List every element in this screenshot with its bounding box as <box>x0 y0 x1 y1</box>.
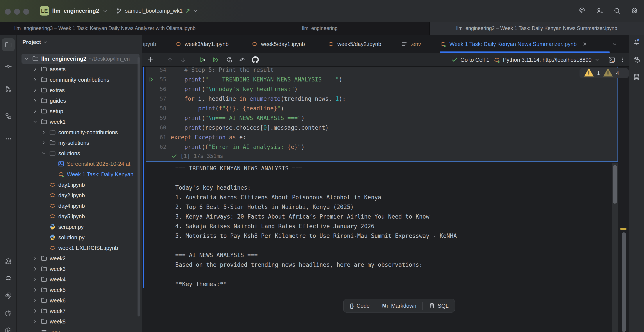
run-cell-button[interactable] <box>199 56 206 63</box>
tree-item-setup[interactable]: setup <box>17 106 142 117</box>
more-tools-icon[interactable] <box>4 135 12 143</box>
code-line-56[interactable]: 56 print("\nToday's key headlines:") <box>146 84 618 94</box>
prev-warning-chevron-icon[interactable] <box>621 71 622 76</box>
tree-item-llm-engineering2[interactable]: llm_engineering2~/Desktop/llm_en <box>17 53 142 64</box>
add-sql-cell-button[interactable]: SQL <box>423 299 455 312</box>
tree-item-week1-exercise-ipynb[interactable]: week1 EXERCISE.ipynb <box>17 243 142 253</box>
chevron-right-icon[interactable] <box>32 98 38 104</box>
code-line-54[interactable]: 54 # Step 5: Print the result <box>146 67 618 75</box>
search-icon[interactable] <box>613 7 621 14</box>
chevron-right-icon[interactable] <box>32 266 38 272</box>
project-tool-icon[interactable] <box>4 41 12 48</box>
project-panel-header[interactable]: Project <box>22 39 48 45</box>
chevron-right-icon[interactable] <box>41 129 46 135</box>
tree-item-day2-ipynb[interactable]: day2.ipynb <box>17 190 142 201</box>
code-line-62[interactable]: 62 print(f"Error in AI analysis: {e}") <box>146 142 618 152</box>
editor-tab-week5-day1-ipynb[interactable]: week5/day1.ipynb <box>251 35 305 53</box>
settings-gear-icon[interactable] <box>631 7 638 14</box>
more-options-icon[interactable] <box>620 56 626 63</box>
add-code-cell-button[interactable]: {} Code <box>344 299 376 312</box>
move-cell-up-button[interactable] <box>166 56 174 63</box>
jupyter-tool-icon[interactable] <box>4 274 12 282</box>
code-line-59[interactable]: 59 print("\n=== AI NEWS ANALYSIS ===") <box>146 113 618 123</box>
structure-tool-icon[interactable] <box>4 112 12 120</box>
tree-item-week2[interactable]: week2 <box>17 253 142 264</box>
tree-item-week5[interactable]: week5 <box>17 285 142 295</box>
tree-item-screenshot-2025-10-24-at[interactable]: Screenshot 2025-10-24 at <box>17 159 142 169</box>
tree-item-my-solutions[interactable]: my-solutions <box>17 138 142 148</box>
branch-widget[interactable]: samuel_bootcamp_wk1 ↗ <box>116 6 198 15</box>
chevron-right-icon[interactable] <box>32 256 38 261</box>
code-line-60[interactable]: 60 print(response.choices[0].message.con… <box>146 123 618 133</box>
database-tool-icon[interactable] <box>632 73 640 81</box>
run-all-cells-button[interactable] <box>212 56 219 63</box>
notifications-bell-icon[interactable] <box>632 38 640 46</box>
chevron-right-icon[interactable] <box>32 277 38 282</box>
error-stripe-warning-mark[interactable] <box>620 228 626 230</box>
close-window-icon[interactable] <box>5 9 11 15</box>
tree-item-week8[interactable]: week8 <box>17 316 142 327</box>
chevron-right-icon[interactable] <box>41 140 46 146</box>
editor-tab-ipynb[interactable]: ipynb <box>143 35 156 53</box>
ai-assistant-chat-icon[interactable] <box>632 56 640 64</box>
tab-list-chevron-icon[interactable] <box>612 41 618 47</box>
tree-item-day4-ipynb[interactable]: day4.ipynb <box>17 201 142 211</box>
tree-item-solutions[interactable]: solutions <box>17 148 142 159</box>
tree-item-community-contributions[interactable]: community-contributions <box>17 74 142 85</box>
pull-requests-tool-icon[interactable] <box>4 85 12 93</box>
github-icon[interactable] <box>252 56 259 63</box>
output-scrollbar-thumb[interactable] <box>613 165 617 204</box>
editor-tab-week3-day1-ipynb[interactable]: week3/day1.ipynb <box>175 35 228 53</box>
kernel-selector[interactable]: Python 3.11.14: http://localhost:8890 <box>493 56 600 63</box>
chevron-right-icon[interactable] <box>32 87 38 93</box>
chevron-down-icon[interactable] <box>24 56 30 62</box>
add-markdown-cell-button[interactable]: M↓ Markdown <box>376 299 422 312</box>
add-user-icon[interactable] <box>596 7 603 14</box>
tree-item-assets[interactable]: assets <box>17 64 142 74</box>
chevron-right-icon[interactable] <box>32 308 38 314</box>
next-warning-chevron-icon[interactable] <box>624 71 625 76</box>
tree-item-week-1-task-daily-kenyan[interactable]: Week 1 Task: Daily Kenyan <box>17 169 142 179</box>
window-tab-llm-engineering2-week-1-task-d[interactable]: llm_engineering2 – Week 1 Task: Daily Ke… <box>430 22 644 35</box>
project-widget[interactable]: LE llm_engineering2 <box>40 6 108 15</box>
output-scrollbar[interactable] <box>612 163 618 332</box>
tree-item-extras[interactable]: extras <box>17 85 142 96</box>
tree-item-community-contributions[interactable]: community-contributions <box>17 127 142 138</box>
tree-item-week4[interactable]: week4 <box>17 274 142 285</box>
editor-tab-week5-day2-ipynb[interactable]: week5/day2.ipynb <box>328 35 381 53</box>
tree-item-week6[interactable]: week6 <box>17 295 142 306</box>
restart-kernel-button[interactable] <box>226 56 232 63</box>
chevron-down-icon[interactable] <box>41 151 46 156</box>
inspections-widget[interactable]: 1 4 <box>580 68 629 78</box>
code-line-61[interactable]: 61except Exception as e: <box>146 133 618 142</box>
code-line-55[interactable]: 55 print("=== TRENDING KENYAN NEWS ANALY… <box>146 75 618 84</box>
clear-outputs-button[interactable] <box>239 56 246 63</box>
tree-item-day1-ipynb[interactable]: day1.ipynb <box>17 179 142 190</box>
editor-tab-week-1-task-daily-kenyan-news-summarizer-ipynb[interactable]: Week 1 Task: Daily Kenyan News Summarize… <box>440 35 588 53</box>
code-cell[interactable]: 54 # Step 5: Print the result55 print("=… <box>146 67 618 162</box>
python-packages-icon[interactable] <box>4 310 12 317</box>
run-line-marker-icon[interactable] <box>148 76 154 83</box>
tree-item-week7[interactable]: week7 <box>17 306 142 316</box>
move-cell-down-button[interactable] <box>180 56 187 63</box>
window-controls[interactable] <box>5 9 29 15</box>
code-line-58[interactable]: 58 print(f"{i}. {headline}") <box>146 104 618 113</box>
chevron-right-icon[interactable] <box>32 319 38 324</box>
tree-item-scraper-py[interactable]: scraper.py <box>17 222 142 232</box>
maximize-window-icon[interactable] <box>23 9 29 15</box>
chevron-right-icon[interactable] <box>32 66 38 72</box>
goto-cell-button[interactable]: Go to Cell 1 <box>451 56 489 63</box>
editor-scrollbar-thumb[interactable] <box>622 232 626 332</box>
window-tab-llm-engineering[interactable]: llm_engineering <box>210 22 430 35</box>
tree-item-guides[interactable]: guides <box>17 96 142 106</box>
add-cell-button[interactable] <box>147 56 154 63</box>
tree-item-day5-ipynb[interactable]: day5.ipynb <box>17 211 142 222</box>
jupyter-console-icon[interactable] <box>608 56 616 63</box>
ai-assistant-icon[interactable] <box>578 7 586 14</box>
editor-tab-env[interactable]: .env <box>401 35 421 53</box>
tree-item-week3[interactable]: week3 <box>17 264 142 274</box>
project-scrollbar[interactable] <box>138 57 140 317</box>
chevron-down-icon[interactable] <box>32 119 38 125</box>
commit-tool-icon[interactable] <box>4 63 12 70</box>
code-line-57[interactable]: 57 for i, headline in enumerate(trending… <box>146 94 618 104</box>
